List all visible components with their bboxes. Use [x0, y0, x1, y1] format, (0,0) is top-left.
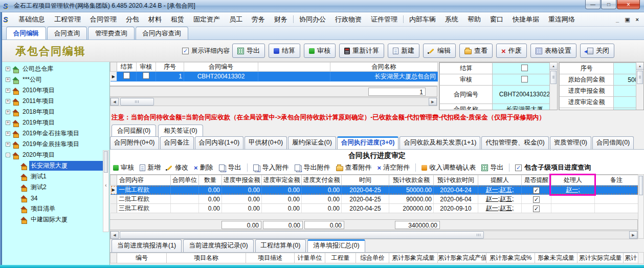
checkbox-checked-icon[interactable]: ✓: [533, 196, 540, 203]
col-clipped[interactable]: 累计: [624, 253, 638, 263]
col-audit[interactable]: 审核: [137, 63, 156, 72]
scrollbar-thumb[interactable]: [639, 176, 643, 195]
close-button[interactable]: ×: [617, 0, 640, 9]
scroll-up-icon[interactable]: ▲: [550, 63, 557, 70]
tree-item-warehouse[interactable]: +公司总仓库: [2, 64, 109, 74]
menu-subcontract[interactable]: 分包: [121, 12, 144, 27]
scrollbar-thumb[interactable]: [637, 71, 643, 84]
settle-value-cell[interactable]: [493, 63, 557, 74]
tab-contract-attachments[interactable]: 合同附件(0+0): [110, 136, 159, 149]
checkbox-unchecked[interactable]: [521, 65, 528, 71]
tab-execution-progress[interactable]: 合同执行进度(3+0): [337, 136, 399, 149]
tab-related-visa[interactable]: 相关签证(0): [158, 125, 203, 137]
menu-material[interactable]: 材料: [144, 12, 166, 27]
menu-quick-docs[interactable]: 快捷单据: [508, 12, 544, 27]
col-expected-amount[interactable]: 预计收款金额: [389, 175, 434, 185]
tab-contract-content[interactable]: 合同内容(1+0): [195, 136, 244, 149]
tree-item-project-list[interactable]: 项目清单: [2, 203, 109, 214]
scroll-right-icon[interactable]: ▶: [429, 98, 437, 106]
col-time[interactable]: 时间: [342, 175, 389, 185]
detail-v-scrollbar[interactable]: ▲: [549, 63, 557, 110]
col-contract-content[interactable]: 合同内容: [117, 175, 171, 185]
expand-icon[interactable]: +: [6, 88, 10, 93]
menu-certificates[interactable]: 证件管理: [366, 12, 402, 27]
minimize-button[interactable]: —: [585, 0, 601, 9]
show-detail-checkbox[interactable]: ✓ 展示详细内容: [182, 47, 230, 55]
checkbox-unchecked[interactable]: [143, 72, 149, 79]
tree-item-2011[interactable]: +2011年项目: [2, 96, 109, 107]
expand-icon[interactable]: +: [6, 142, 10, 147]
export-rows-button[interactable]: →导出: [219, 163, 241, 172]
remind-flag-cell[interactable]: ✓: [522, 185, 551, 195]
menu-vehicles[interactable]: 内部车辆: [405, 12, 440, 27]
col-reminder-person[interactable]: 提醒人: [478, 175, 522, 185]
col-contract-unit[interactable]: 合同单位: [171, 175, 199, 185]
tree-item-test1[interactable]: 测试1: [2, 171, 109, 182]
tree-item-2020[interactable]: -2020年项目: [2, 150, 109, 160]
mdi-close-icon[interactable]: ×: [636, 16, 639, 23]
reminder-person-link[interactable]: 赵一;赵五;: [478, 204, 522, 213]
expand-icon[interactable]: +: [6, 99, 10, 104]
tree-item-changan-tower[interactable]: 长安湖景大厦: [2, 160, 109, 171]
col-number[interactable]: 编号: [117, 253, 167, 263]
expand-icon[interactable]: +: [6, 77, 10, 82]
tab-qualification-mgmt[interactable]: 资质管理(0): [550, 136, 591, 149]
collapse-expand-icon[interactable]: -: [6, 153, 10, 157]
expand-icon[interactable]: +: [6, 110, 10, 114]
checkbox-unchecked[interactable]: [123, 72, 130, 79]
col-seq[interactable]: 序号: [156, 63, 184, 72]
maximize-button[interactable]: □: [601, 0, 616, 9]
settle-cell[interactable]: [117, 72, 137, 81]
tree-item-2019-jinchen[interactable]: +2019年金辰挂靠项目: [2, 139, 109, 150]
handler-cell[interactable]: [551, 195, 595, 204]
tab-receipts-invoices[interactable]: 合同收款及相关发票(1+1): [399, 136, 480, 149]
col-item-name[interactable]: 项目名称: [167, 253, 246, 263]
scroll-left-icon[interactable]: ◀: [110, 231, 119, 239]
tab-mgmt-fee-query[interactable]: 管理费查询: [88, 27, 135, 39]
col-contract-name[interactable]: 合同名称: [330, 63, 438, 72]
recalculate-button[interactable]: 重新计算: [339, 44, 384, 58]
menu-fixed-assets[interactable]: 固定资产: [189, 12, 225, 27]
progress-row-1[interactable]: ▶ 一批工程款 0.00 0.00 0.00 0.00 2020-04-25 5…: [110, 185, 638, 195]
col-cum-image-value[interactable]: 累计形象完成产值: [438, 253, 486, 263]
tree-scrollbar[interactable]: ‹: [103, 150, 109, 232]
tab-contract-query[interactable]: 合同查询: [47, 27, 87, 39]
contract-row[interactable]: ▶ 1 CBHT200413302 长安湖景大厦总包合同: [110, 72, 438, 81]
expand-icon[interactable]: +: [6, 67, 10, 71]
add-button[interactable]: 新增: [140, 163, 161, 172]
menu-contract-mgmt[interactable]: 合同管理: [85, 12, 121, 27]
menu-admin-supplies[interactable]: 行政物资: [330, 12, 366, 27]
view-button[interactable]: 查看: [459, 44, 493, 58]
include-subprojects-checkbox[interactable]: ✓ 包含子级项目进度查询: [515, 163, 591, 172]
menu-collab-office[interactable]: 协同办公: [295, 12, 330, 27]
checkbox-checked-icon[interactable]: ✓: [533, 205, 540, 212]
menu-reconnect[interactable]: 重连网络: [544, 12, 580, 27]
tree-item-zhongjian-tower[interactable]: 中建国际大厦: [2, 214, 109, 225]
scroll-right-icon[interactable]: ▶: [629, 231, 637, 239]
tab-current-progress-records[interactable]: 当前进度填报记录(0): [183, 239, 253, 252]
audit-progress-button[interactable]: 审核: [113, 163, 134, 172]
export-excel-button[interactable]: 导出: [481, 163, 503, 172]
view-attachment-button[interactable]: 查看附件: [336, 163, 372, 172]
tab-contract-reminder[interactable]: 合同提醒(0): [112, 125, 156, 137]
col-declare-amount[interactable]: 进度申报金额: [222, 175, 262, 185]
audit-button[interactable]: 审核: [304, 44, 336, 58]
tab-owner-materials[interactable]: 甲供材(0+0): [245, 136, 287, 149]
expand-icon[interactable]: +: [6, 120, 10, 125]
settle-button[interactable]: 结算: [269, 44, 300, 58]
tree-scrollbar-thumb[interactable]: [104, 151, 108, 173]
tab-settlement-sheet[interactable]: 工程结算单(0): [255, 239, 306, 252]
new-button[interactable]: 新建: [388, 44, 419, 58]
panel-collapse-icon[interactable]: ‹: [103, 182, 108, 188]
mdi-restore-icon[interactable]: ▣: [625, 16, 630, 23]
scroll-left-icon[interactable]: ◀: [110, 98, 119, 106]
col-item-desc[interactable]: 项目描述: [246, 253, 295, 263]
scrollbar-thumb[interactable]: [120, 231, 484, 239]
import-attachment-button[interactable]: ←导入附件: [253, 163, 289, 172]
menu-labor[interactable]: 劳务: [247, 12, 270, 27]
col-cum-image-pct[interactable]: 累计形象完成%: [486, 253, 535, 263]
tree-item-test2[interactable]: 测试2: [2, 182, 109, 193]
col-expected-time[interactable]: 预计收款时间: [434, 175, 478, 185]
col-quantity[interactable]: 数量: [199, 175, 222, 185]
audit-value-cell[interactable]: [493, 74, 557, 86]
